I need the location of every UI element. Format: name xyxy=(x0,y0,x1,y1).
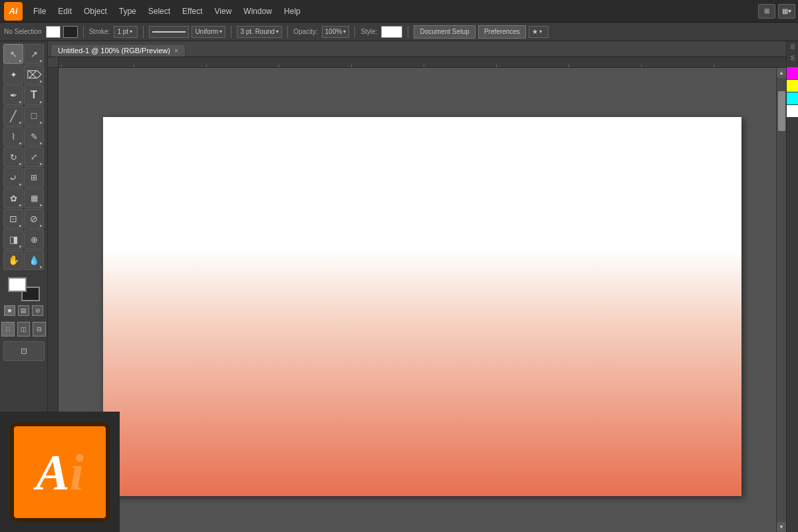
scroll-up-arrow[interactable]: ▲ xyxy=(777,68,787,78)
rect-tool[interactable]: □ ▶ xyxy=(24,106,44,126)
graph-tool[interactable]: ▦ ▶ xyxy=(24,188,44,208)
symbol-sprayer-tool[interactable]: ✿ ▶ xyxy=(3,188,23,208)
slice-tool[interactable]: ⊘ ▶ xyxy=(24,209,44,229)
stroke-swatch[interactable] xyxy=(63,26,78,38)
bridge-arrow: ▾ xyxy=(539,29,542,35)
tool-tri: ▶ xyxy=(19,162,22,166)
mode-buttons: ■ ▤ ⊘ xyxy=(4,305,43,316)
magenta-strip[interactable] xyxy=(787,67,799,79)
menu-view[interactable]: View xyxy=(209,5,237,18)
magic-wand-tool[interactable]: ✦ xyxy=(3,65,23,84)
right-panel: W W xyxy=(786,41,798,532)
menu-window[interactable]: Window xyxy=(238,5,277,18)
inside-mode-btn[interactable]: ⊟ xyxy=(33,322,46,336)
pen-tool[interactable]: ✒ ▶ xyxy=(3,85,23,105)
tick xyxy=(206,65,279,67)
tool-row-3: ✒ ▶ T ▶ xyxy=(1,85,46,105)
artboard xyxy=(103,117,741,496)
selection-label: No Selection xyxy=(4,28,42,35)
style-swatch[interactable] xyxy=(381,26,402,38)
stroke-weight-dropdown[interactable]: 1 pt ▾ xyxy=(114,26,138,38)
eraser-tool[interactable]: ◨ ▶ xyxy=(3,229,23,249)
screen-mode-btn[interactable]: ⊡ xyxy=(3,341,45,361)
eyedropper-icon: 💧 xyxy=(29,255,39,265)
white-strip[interactable] xyxy=(787,105,799,117)
gradient-mode-btn[interactable]: ▤ xyxy=(18,305,29,316)
selection-tool[interactable]: ↖ ▶ xyxy=(3,44,23,64)
rotate-tool[interactable]: ↻ ▶ xyxy=(3,147,23,167)
tool-tri: ▶ xyxy=(19,100,22,104)
tool-tri: ▶ xyxy=(19,182,22,186)
menu-file[interactable]: File xyxy=(28,5,51,18)
menu-type[interactable]: Type xyxy=(114,5,142,18)
menu-items: File Edit Object Type Select Effect View… xyxy=(28,5,758,18)
paintbrush-tool[interactable]: ⌇ ▶ xyxy=(3,126,23,146)
tick xyxy=(61,65,134,67)
none-mode-btn[interactable]: ⊘ xyxy=(32,305,43,316)
fill-mode-btn[interactable]: ■ xyxy=(4,305,15,316)
menu-help[interactable]: Help xyxy=(279,5,306,18)
cyan-strip[interactable] xyxy=(787,92,799,104)
type-tool[interactable]: T ▶ xyxy=(24,85,44,105)
canvas-scroll[interactable]: ▲ ▼ xyxy=(59,68,786,532)
ai-letter-i: i xyxy=(70,444,84,500)
direct-selection-tool[interactable]: ↗ ▶ xyxy=(24,44,44,64)
menu-effect[interactable]: Effect xyxy=(177,5,207,18)
stroke-weight-value: 1 pt xyxy=(117,28,128,35)
tool-row-7: ⤾ ▶ ⊞ xyxy=(1,168,46,188)
screen-mode-icon: ⊡ xyxy=(21,346,27,356)
round-dropdown[interactable]: 3 pt. Round ▾ xyxy=(237,26,282,38)
foreground-color-box[interactable] xyxy=(8,277,27,292)
sep3 xyxy=(231,26,231,38)
tool-tri: ▶ xyxy=(40,265,43,269)
tab-close-btn[interactable]: × xyxy=(174,47,178,55)
stroke-label: Stroke: xyxy=(89,28,110,35)
drawing-modes: □ ◫ ⊟ xyxy=(1,322,46,336)
menu-object[interactable]: Object xyxy=(78,5,112,18)
line-tool[interactable]: ╱ ▶ xyxy=(3,106,23,126)
eyedropper-tool[interactable]: 💧 ▶ xyxy=(24,250,44,270)
sep5 xyxy=(354,26,355,38)
tool-tri: ▶ xyxy=(40,223,43,227)
selection-icon: ↖ xyxy=(10,49,17,59)
opacity-label: Opacity: xyxy=(293,28,318,35)
graph-icon: ▦ xyxy=(31,194,38,203)
canvas-tab-active[interactable]: Untitled-1 @ 100% (RGB/Preview) × xyxy=(51,44,186,57)
color-strip xyxy=(787,67,799,117)
tick xyxy=(714,65,786,67)
uniform-dropdown[interactable]: Uniform ▾ xyxy=(192,26,225,38)
sep1 xyxy=(83,26,84,38)
main-layout: ↖ ▶ ↗ ▶ ✦ ⌦ ▶ ✒ ▶ T ▶ xyxy=(0,41,798,532)
zoom-tool[interactable]: ⊕ xyxy=(24,229,44,249)
menu-select[interactable]: Select xyxy=(143,5,176,18)
doc-setup-btn[interactable]: Document Setup xyxy=(414,25,475,39)
free-transform-tool[interactable]: ⊞ xyxy=(24,168,44,188)
hand-tool[interactable]: ✋ xyxy=(3,250,23,270)
tick xyxy=(641,65,714,67)
artboard-tool[interactable]: ⊡ ▶ xyxy=(3,209,23,229)
lasso-tool[interactable]: ⌦ ▶ xyxy=(24,65,44,84)
fill-swatch[interactable] xyxy=(46,26,61,38)
rotate-icon: ↻ xyxy=(10,152,17,162)
menu-edit[interactable]: Edit xyxy=(53,5,77,18)
vertical-scrollbar[interactable]: ▲ ▼ xyxy=(776,68,786,532)
yellow-strip[interactable] xyxy=(787,80,799,92)
workspace-switcher[interactable]: ⊞ xyxy=(758,4,775,19)
scroll-thumb[interactable] xyxy=(778,91,785,131)
tool-tri: ▶ xyxy=(19,244,22,248)
scroll-down-arrow[interactable]: ▼ xyxy=(777,522,787,532)
warp-tool[interactable]: ⤾ ▶ xyxy=(3,168,23,188)
scale-tool[interactable]: ⤢ ▶ xyxy=(24,147,44,167)
bridge-btn[interactable]: ★ ▾ xyxy=(529,26,549,38)
arrange-windows[interactable]: ▦▾ xyxy=(778,4,795,19)
preferences-btn[interactable]: Preferences xyxy=(478,25,526,39)
normal-mode-btn[interactable]: □ xyxy=(1,322,15,336)
ai-letter-a: A xyxy=(36,444,70,500)
pencil-tool[interactable]: ✎ ▶ xyxy=(24,126,44,146)
scroll-track[interactable] xyxy=(777,78,786,522)
style-label: Style: xyxy=(360,28,377,35)
behind-mode-btn[interactable]: ◫ xyxy=(17,322,31,336)
slice-icon: ⊘ xyxy=(30,213,38,224)
tool-tri: ▶ xyxy=(19,203,22,207)
opacity-dropdown[interactable]: 100% ▾ xyxy=(322,26,350,38)
